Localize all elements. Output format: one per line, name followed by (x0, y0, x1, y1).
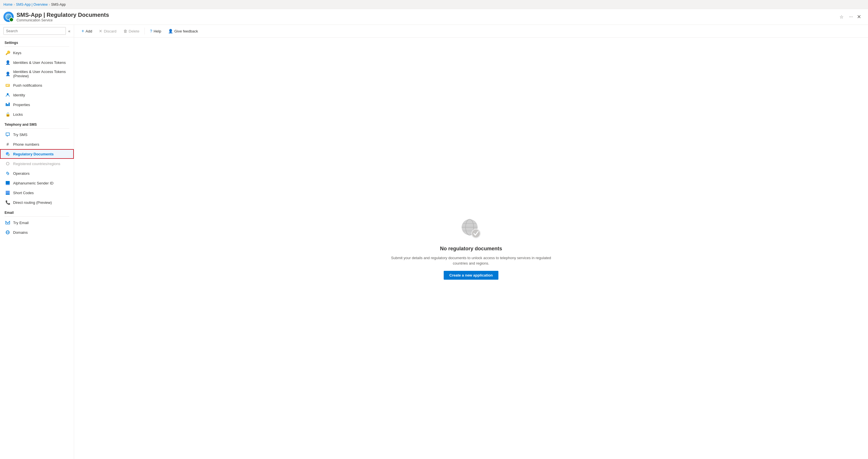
sidebar-label-identities-preview: Identities & User Access Tokens (Preview… (13, 69, 69, 78)
registered-countries-icon (5, 161, 10, 166)
sidebar-item-try-email[interactable]: Try Email (0, 218, 74, 227)
add-icon: + (82, 29, 84, 34)
add-label: Add (86, 29, 92, 33)
sidebar-item-identities[interactable]: 👤 Identities & User Access Tokens (0, 58, 74, 67)
feedback-button[interactable]: 👤 Give feedback (165, 27, 201, 35)
sidebar-item-domains[interactable]: Domains (0, 227, 74, 237)
svg-marker-7 (6, 133, 9, 136)
add-button[interactable]: + Add (79, 27, 95, 35)
sidebar-label-operators: Operators (13, 171, 30, 176)
sidebar: « Settings 🔑 Keys 👤 Identities & User Ac… (0, 25, 74, 459)
alphanumeric-icon (5, 180, 10, 186)
sidebar-item-try-sms[interactable]: Try SMS (0, 130, 74, 140)
svg-rect-12 (6, 181, 10, 184)
svg-rect-13 (6, 184, 10, 185)
sidebar-label-regulatory-documents: Regulatory Documents (13, 152, 54, 156)
sidebar-item-locks[interactable]: 🔒 Locks (0, 110, 74, 119)
svg-point-26 (472, 230, 480, 238)
toolbar-separator (145, 28, 145, 34)
sidebar-label-properties: Properties (13, 103, 30, 107)
feedback-icon: 👤 (168, 29, 173, 33)
empty-state-description: Submit your details and regulatory docum… (385, 255, 557, 266)
help-label: Help (154, 29, 161, 33)
discard-button[interactable]: ✕ Discard (96, 27, 119, 35)
settings-divider (5, 47, 69, 47)
breadcrumb-overview[interactable]: SMS-App | Overview (16, 3, 48, 6)
sidebar-item-registered-countries: Registered countries/regions (0, 159, 74, 169)
discard-icon: ✕ (99, 29, 102, 33)
try-email-icon (5, 220, 10, 225)
lock-icon: 🔒 (5, 112, 10, 117)
delete-label: Delete (129, 29, 140, 33)
sidebar-item-alphanumeric[interactable]: Alphanumeric Sender ID (0, 178, 74, 188)
sidebar-label-short-codes: Short Codes (13, 191, 34, 195)
sidebar-item-properties[interactable]: Properties (0, 100, 74, 110)
sidebar-label-identity: Identity (13, 93, 25, 97)
identity-icon: 👤 (5, 60, 10, 65)
settings-section-label: Settings (0, 37, 74, 46)
sidebar-item-direct-routing[interactable]: 📞 Direct routing (Preview) (0, 197, 74, 207)
sidebar-search-container: « (0, 25, 74, 37)
svg-point-10 (6, 162, 9, 165)
sidebar-item-phone-numbers[interactable]: # Phone numbers (0, 140, 74, 149)
svg-rect-4 (6, 103, 7, 106)
sidebar-item-keys[interactable]: 🔑 Keys (0, 48, 74, 58)
search-input[interactable] (3, 27, 66, 35)
sidebar-label-identities: Identities & User Access Tokens (13, 60, 66, 65)
sidebar-label-direct-routing: Direct routing (Preview) (13, 201, 52, 205)
toolbar: + Add ✕ Discard 🗑 Delete ? Help 👤 Give f… (74, 25, 868, 38)
breadcrumb-current: SMS-App (51, 3, 66, 6)
header-actions: ☆ ··· (838, 13, 855, 21)
key-icon: 🔑 (5, 50, 10, 55)
telephony-divider (5, 128, 69, 129)
phone-numbers-icon: # (5, 142, 10, 147)
svg-rect-1 (6, 85, 9, 85)
sidebar-item-operators[interactable]: Operators (0, 169, 74, 178)
sidebar-item-identity[interactable]: Identity (0, 90, 74, 100)
discard-label: Discard (104, 29, 116, 33)
svg-rect-6 (8, 103, 10, 106)
app-title: SMS-App | Regulatory Documents (17, 11, 838, 18)
star-button[interactable]: ☆ (838, 13, 845, 21)
email-divider (5, 216, 69, 217)
empty-state-icon (460, 217, 483, 240)
svg-rect-5 (7, 104, 8, 106)
sidebar-label-locks: Locks (13, 112, 23, 117)
short-codes-icon (5, 190, 10, 195)
help-icon: ? (150, 29, 152, 33)
svg-rect-2 (6, 86, 8, 86)
sidebar-label-keys: Keys (13, 51, 21, 55)
app-icon-globe (5, 14, 12, 20)
sidebar-collapse-button[interactable]: « (68, 29, 70, 33)
svg-rect-14 (6, 191, 10, 194)
empty-state: No regulatory documents Submit your deta… (385, 217, 557, 280)
app-header: SMS-App | Regulatory Documents Communica… (0, 9, 868, 25)
svg-point-11 (7, 173, 8, 174)
app-subtitle: Communication Service (17, 18, 838, 22)
sidebar-item-short-codes[interactable]: Short Codes (0, 188, 74, 197)
app-icon (3, 12, 14, 22)
sidebar-item-push-notifications[interactable]: Push notifications (0, 81, 74, 90)
sidebar-label-registered-countries: Registered countries/regions (13, 162, 60, 166)
content-area: + Add ✕ Discard 🗑 Delete ? Help 👤 Give f… (74, 25, 868, 459)
sidebar-item-regulatory-documents[interactable]: Regulatory Documents (0, 149, 74, 159)
svg-point-3 (7, 93, 8, 95)
delete-button[interactable]: 🗑 Delete (121, 27, 143, 35)
breadcrumb-sep-2: › (49, 3, 50, 6)
sidebar-label-try-email: Try Email (13, 221, 29, 225)
sidebar-label-phone-numbers: Phone numbers (13, 142, 39, 147)
direct-routing-icon: 📞 (5, 200, 10, 205)
breadcrumb-home[interactable]: Home (3, 3, 12, 6)
domains-icon (5, 230, 10, 235)
sidebar-item-identities-preview[interactable]: 👤 Identities & User Access Tokens (Previ… (0, 67, 74, 81)
sidebar-label-push: Push notifications (13, 83, 42, 88)
sidebar-label-try-sms: Try SMS (13, 132, 27, 137)
create-application-button[interactable]: Create a new application (444, 271, 498, 280)
empty-state-title: No regulatory documents (440, 246, 502, 252)
delete-icon: 🗑 (123, 29, 127, 33)
push-icon (5, 83, 10, 88)
more-options-button[interactable]: ··· (847, 13, 855, 21)
content-main: No regulatory documents Submit your deta… (74, 38, 868, 459)
help-button[interactable]: ? Help (147, 27, 164, 35)
close-button[interactable]: ✕ (855, 12, 863, 21)
